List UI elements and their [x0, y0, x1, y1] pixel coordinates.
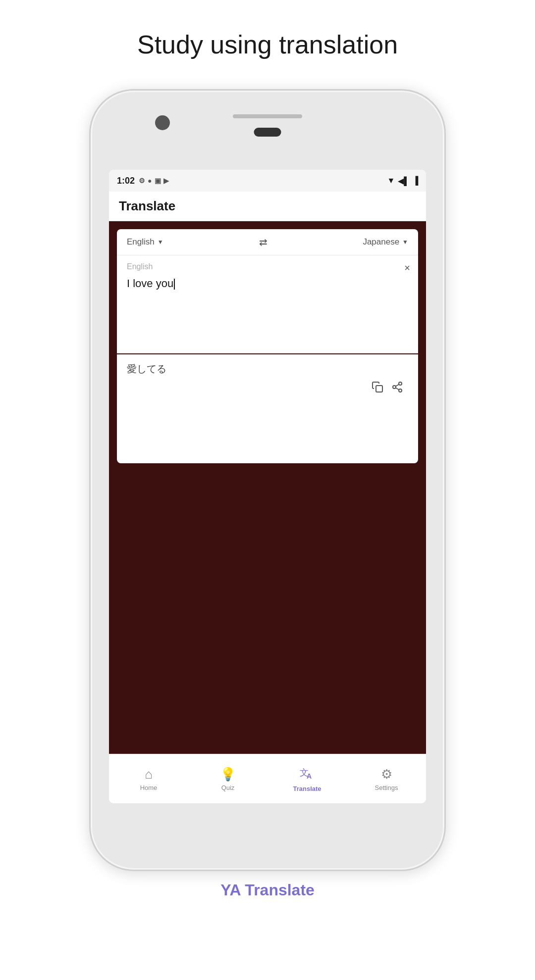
swap-languages-button[interactable]: ⇄	[259, 236, 268, 248]
status-left: 1:02 ⚙ ● ▣ ▶	[117, 176, 169, 186]
nav-item-settings[interactable]: ⚙ Settings	[347, 767, 426, 791]
svg-rect-0	[376, 386, 382, 392]
input-placeholder: English	[127, 262, 408, 271]
front-camera	[155, 115, 170, 130]
svg-line-5	[396, 385, 399, 387]
bottom-nav: ⌂ Home 💡 Quiz 文 A Translate ⚙ S	[109, 754, 426, 803]
output-text: 愛してる	[127, 361, 408, 376]
copy-button[interactable]	[372, 381, 383, 396]
phone-bottom-bezel	[91, 803, 444, 868]
nav-item-translate[interactable]: 文 A Translate	[268, 766, 347, 792]
signal-icon: ◀▌	[398, 176, 409, 186]
phone-screen: 1:02 ⚙ ● ▣ ▶ ▼ ◀▌ ▐ Translate	[109, 170, 426, 803]
translate-label: Translate	[293, 785, 321, 792]
quiz-icon: 💡	[220, 767, 236, 782]
input-area[interactable]: English I love you ×	[117, 255, 418, 354]
speaker-bar	[233, 114, 302, 118]
proximity-sensor	[254, 128, 281, 137]
wifi-icon: ▼	[387, 176, 395, 185]
output-area: 愛してる	[117, 354, 418, 463]
source-language-label: English	[127, 237, 155, 247]
svg-line-4	[396, 388, 399, 390]
settings-status-icon: ⚙	[139, 177, 145, 185]
home-icon: ⌂	[145, 767, 153, 782]
translate-icon: 文 A	[300, 766, 315, 783]
source-language-selector[interactable]: English ▼	[127, 237, 163, 247]
target-dropdown-arrow: ▼	[402, 239, 408, 245]
nav-item-home[interactable]: ⌂ Home	[109, 767, 188, 791]
target-language-label: Japanese	[363, 237, 399, 247]
svg-point-1	[399, 382, 402, 385]
language-row: English ▼ ⇄ Japanese ▼	[117, 229, 418, 255]
phone-top-bezel	[91, 91, 444, 170]
input-text[interactable]: I love you	[127, 276, 408, 292]
status-icons: ⚙ ● ▣ ▶	[139, 177, 168, 185]
app-content: English ▼ ⇄ Japanese ▼ English I love yo…	[109, 221, 426, 754]
play-status-icon: ▶	[163, 177, 169, 185]
dot-status-icon: ●	[148, 177, 152, 185]
text-cursor	[174, 279, 175, 290]
clear-button[interactable]: ×	[404, 262, 410, 274]
target-language-selector[interactable]: Japanese ▼	[363, 237, 408, 247]
battery-icon: ▐	[413, 176, 418, 185]
output-actions	[127, 376, 408, 398]
svg-text:A: A	[307, 772, 312, 780]
page-title: Study using translation	[137, 30, 398, 59]
status-right: ▼ ◀▌ ▐	[387, 176, 418, 186]
app-header-title: Translate	[119, 198, 175, 214]
settings-icon: ⚙	[381, 767, 392, 782]
nav-item-quiz[interactable]: 💡 Quiz	[188, 767, 268, 791]
svg-point-3	[399, 389, 402, 392]
app-name-label: YA Translate	[220, 881, 315, 899]
status-time: 1:02	[117, 176, 135, 186]
svg-point-2	[393, 386, 396, 389]
share-button[interactable]	[391, 381, 403, 396]
file-status-icon: ▣	[155, 177, 161, 185]
quiz-label: Quiz	[221, 784, 235, 791]
home-label: Home	[140, 784, 158, 791]
status-bar: 1:02 ⚙ ● ▣ ▶ ▼ ◀▌ ▐	[109, 170, 426, 192]
translation-card: English ▼ ⇄ Japanese ▼ English I love yo…	[117, 229, 418, 463]
source-dropdown-arrow: ▼	[158, 239, 163, 245]
phone-shell: 1:02 ⚙ ● ▣ ▶ ▼ ◀▌ ▐ Translate	[89, 89, 446, 871]
app-header: Translate	[109, 192, 426, 221]
input-text-value: I love you	[127, 277, 173, 290]
settings-label: Settings	[375, 784, 398, 791]
